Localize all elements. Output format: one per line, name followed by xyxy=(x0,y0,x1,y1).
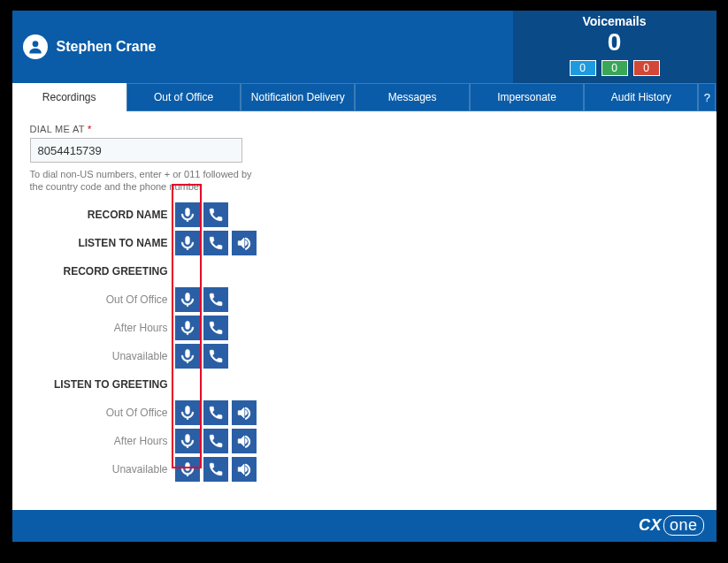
mic-icon xyxy=(180,292,195,308)
recording-rows: RECORD NAME LISTEN TO NAME RECORD GREETI… xyxy=(30,201,699,483)
listen-unavailable-phone-button[interactable] xyxy=(203,457,228,482)
dial-hint: To dial non-US numbers, enter + or 011 f… xyxy=(30,168,260,194)
voicemail-title: Voicemails xyxy=(513,14,717,28)
listen-name-speaker-button[interactable] xyxy=(232,231,257,255)
badge-deleted[interactable]: 0 xyxy=(633,60,660,76)
label-listen-name: LISTEN TO NAME xyxy=(30,237,172,249)
voicemail-panel: Voicemails 0 0 0 0 xyxy=(513,11,717,83)
listen-name-mic-button[interactable] xyxy=(175,231,200,255)
badge-new[interactable]: 0 xyxy=(570,60,596,76)
speaker-icon xyxy=(236,433,252,449)
label-after-hours-listen: After Hours xyxy=(30,435,172,447)
dial-label: DIAL ME AT * xyxy=(30,124,699,134)
speaker-icon xyxy=(236,405,252,421)
listen-afterhours-phone-button[interactable] xyxy=(203,429,228,453)
row-listen-unavailable: Unavailable xyxy=(30,455,699,483)
tab-impersonate[interactable]: Impersonate xyxy=(470,83,584,111)
row-record-afterhours: After Hours xyxy=(30,314,699,342)
phone-icon xyxy=(208,235,224,251)
avatar xyxy=(23,34,48,59)
tabbar: Recordings Out of Office Notification De… xyxy=(12,83,717,111)
label-ooo: Out Of Office xyxy=(30,293,172,306)
phone-icon xyxy=(208,433,224,449)
header: Stephen Crane Voicemails 0 0 0 0 xyxy=(12,11,717,83)
phone-icon xyxy=(208,207,224,223)
user-icon xyxy=(27,38,44,56)
row-record-name: RECORD NAME xyxy=(30,201,699,229)
label-unavailable-listen: Unavailable xyxy=(30,463,172,476)
speaker-icon xyxy=(236,235,252,251)
mic-icon xyxy=(180,235,195,251)
mic-icon xyxy=(180,433,195,449)
cxone-logo: CXone xyxy=(639,516,704,535)
phone-icon xyxy=(208,292,224,308)
listen-afterhours-mic-button[interactable] xyxy=(175,429,200,453)
label-unavailable: Unavailable xyxy=(30,350,172,362)
row-listen-afterhours: After Hours xyxy=(30,427,699,455)
phone-icon xyxy=(208,461,224,477)
help-button[interactable]: ? xyxy=(698,83,716,111)
row-listen-ooo: Out Of Office xyxy=(30,399,699,427)
mic-icon xyxy=(180,405,195,421)
phone-icon xyxy=(208,348,224,364)
tab-messages[interactable]: Messages xyxy=(355,83,469,111)
record-unavailable-phone-button[interactable] xyxy=(203,344,228,369)
label-after-hours: After Hours xyxy=(30,322,172,334)
tab-recordings[interactable]: Recordings xyxy=(12,83,126,111)
listen-afterhours-speaker-button[interactable] xyxy=(232,429,257,453)
label-record-name: RECORD NAME xyxy=(30,209,172,221)
tab-audit-history[interactable]: Audit History xyxy=(584,83,698,111)
record-unavailable-mic-button[interactable] xyxy=(175,344,200,369)
listen-ooo-speaker-button[interactable] xyxy=(232,400,257,425)
footer: CXone xyxy=(12,510,717,542)
mic-icon xyxy=(180,207,195,223)
speaker-icon xyxy=(236,461,252,477)
listen-ooo-mic-button[interactable] xyxy=(175,400,200,425)
dial-label-text: DIAL ME AT xyxy=(30,124,85,134)
record-ooo-mic-button[interactable] xyxy=(175,287,200,312)
label-ooo-listen: Out Of Office xyxy=(30,407,172,419)
mic-icon xyxy=(180,348,195,364)
phone-icon xyxy=(208,320,224,336)
required-asterisk: * xyxy=(88,124,92,134)
phone-icon xyxy=(208,405,224,421)
listen-ooo-phone-button[interactable] xyxy=(203,400,228,425)
record-name-mic-button[interactable] xyxy=(175,202,200,227)
record-name-phone-button[interactable] xyxy=(203,202,228,227)
label-record-greeting: RECORD GREETING xyxy=(30,265,172,278)
row-record-ooo: Out Of Office xyxy=(30,285,699,314)
user-name: Stephen Crane xyxy=(57,39,157,55)
mic-icon xyxy=(180,461,195,477)
tab-out-of-office[interactable]: Out of Office xyxy=(126,83,241,111)
record-afterhours-mic-button[interactable] xyxy=(175,316,200,340)
voicemail-badges: 0 0 0 xyxy=(513,60,717,76)
header-left: Stephen Crane xyxy=(12,11,513,83)
tab-notification-delivery[interactable]: Notification Delivery xyxy=(241,83,355,111)
logo-cx: CX xyxy=(639,516,662,534)
row-record-greeting-header: RECORD GREETING xyxy=(30,257,699,285)
record-ooo-phone-button[interactable] xyxy=(203,287,228,312)
row-listen-name: LISTEN TO NAME xyxy=(30,229,699,257)
content: DIAL ME AT * To dial non-US numbers, ent… xyxy=(12,111,717,510)
listen-unavailable-mic-button[interactable] xyxy=(175,457,200,482)
dial-input[interactable] xyxy=(30,138,242,163)
record-afterhours-phone-button[interactable] xyxy=(203,316,228,340)
voicemail-count: 0 xyxy=(513,30,717,55)
logo-one: one xyxy=(663,515,704,536)
app-window: Stephen Crane Voicemails 0 0 0 0 Recordi… xyxy=(11,9,718,544)
mic-icon xyxy=(180,320,195,336)
badge-saved[interactable]: 0 xyxy=(602,60,628,76)
row-listen-greeting-header: LISTEN TO GREETING xyxy=(30,370,699,399)
listen-unavailable-speaker-button[interactable] xyxy=(232,457,257,482)
label-listen-greeting: LISTEN TO GREETING xyxy=(30,378,172,391)
row-record-unavailable: Unavailable xyxy=(30,342,699,370)
listen-name-phone-button[interactable] xyxy=(203,231,228,255)
